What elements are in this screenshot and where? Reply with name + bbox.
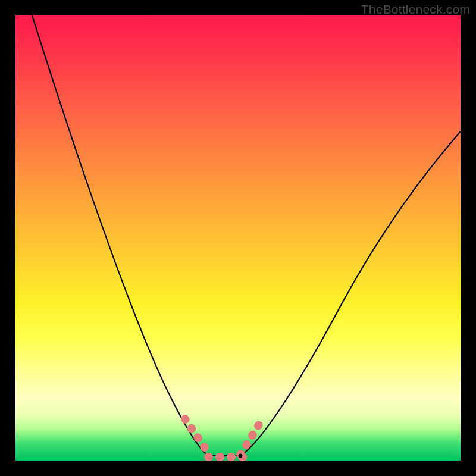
curve-left	[32, 15, 208, 456]
watermark-text: TheBottleneck.com	[361, 2, 470, 17]
curve-right	[240, 131, 461, 456]
trough-markers	[185, 419, 262, 457]
min-point	[239, 454, 243, 458]
marker-left	[185, 419, 209, 455]
bottleneck-curve	[15, 15, 461, 461]
